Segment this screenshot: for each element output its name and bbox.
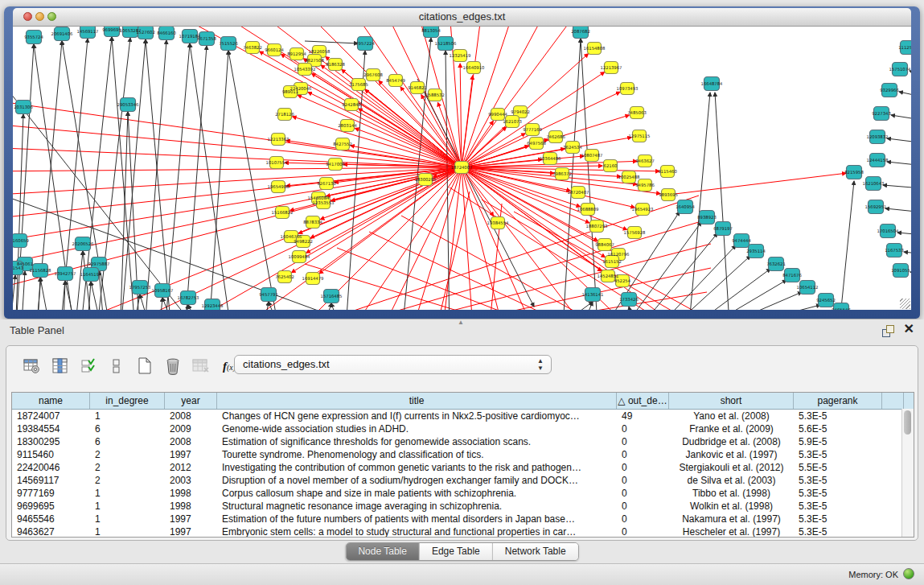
- table-mode-tabs: Node Table Edge Table Network Table: [345, 542, 578, 561]
- svg-text:9242848: 9242848: [342, 102, 361, 107]
- svg-text:9146821: 9146821: [408, 85, 427, 90]
- svg-text:9827508: 9827508: [305, 58, 324, 63]
- table-cell: Disruption of a novel member of a sodium…: [217, 474, 617, 487]
- table-cell: 2012: [165, 461, 217, 474]
- table-row[interactable]: 1938455462009Genome-wide association stu…: [12, 422, 914, 435]
- svg-text:12325419: 12325419: [450, 53, 471, 58]
- svg-text:10654112: 10654112: [797, 285, 819, 290]
- svg-text:15166822: 15166822: [272, 210, 294, 215]
- svg-text:1588532: 1588532: [425, 93, 445, 97]
- svg-text:29053346: 29053346: [117, 102, 140, 107]
- svg-text:18724007: 18724007: [451, 165, 473, 170]
- tab-network-table[interactable]: Network Table: [493, 543, 578, 560]
- import-table-icon[interactable]: [191, 356, 211, 376]
- table-cell: 0: [617, 474, 669, 487]
- svg-text:15692951: 15692951: [865, 204, 887, 209]
- table-row[interactable]: 946554611997Estimation of the future num…: [12, 513, 914, 525]
- svg-text:7632621: 7632621: [766, 262, 786, 266]
- svg-text:1621073: 1621073: [503, 119, 522, 124]
- table-row[interactable]: 946362711997Embryonic stem cells: a mode…: [12, 525, 914, 538]
- table-cell: 9699695: [12, 500, 90, 513]
- attribute-table[interactable]: namein_degreeyeartitle△ out_de…shortpage…: [11, 392, 914, 538]
- svg-text:9267130: 9267130: [317, 181, 336, 186]
- svg-text:20691406: 20691406: [51, 31, 74, 36]
- svg-text:18720407: 18720407: [568, 190, 589, 195]
- svg-text:7515526: 7515526: [219, 41, 238, 46]
- tab-edge-table[interactable]: Edge Table: [420, 543, 493, 560]
- svg-text:9495786: 9495786: [635, 183, 655, 187]
- splitter-handle-icon[interactable]: ▲: [458, 319, 464, 326]
- column-header[interactable]: pagerank: [794, 393, 882, 409]
- table-cell: 1998: [165, 500, 217, 513]
- svg-text:9777169: 9777169: [523, 127, 542, 132]
- column-header[interactable]: short: [669, 393, 794, 409]
- svg-text:8466160: 8466160: [157, 31, 176, 35]
- svg-text:16782753: 16782753: [178, 295, 199, 300]
- table-row[interactable]: 1872400712008Changes of HCN gene express…: [12, 410, 914, 422]
- table-header-row[interactable]: namein_degreeyeartitle△ out_de…shortpage…: [12, 393, 914, 410]
- table-toolbar: f(x): [23, 354, 239, 378]
- svg-text:12923448: 12923448: [202, 303, 224, 308]
- column-chooser-icon[interactable]: [51, 356, 70, 376]
- table-cell: Tibbo et al. (1998): [669, 487, 794, 500]
- column-header[interactable]: name: [12, 393, 90, 409]
- table-settings-icon[interactable]: [23, 356, 42, 376]
- svg-text:9498222: 9498222: [294, 239, 313, 244]
- tab-node-table[interactable]: Node Table: [346, 543, 420, 560]
- svg-text:3624534: 3624534: [563, 145, 582, 150]
- svg-text:7625402: 7625402: [275, 274, 294, 279]
- table-cell: Franke et al. (2009): [669, 422, 794, 435]
- svg-text:17016504: 17016504: [877, 229, 900, 233]
- table-row[interactable]: 977716911998Corpus callosum shape and si…: [12, 487, 914, 500]
- row-check-icon[interactable]: [79, 356, 98, 376]
- svg-text:7986372: 7986372: [552, 171, 572, 176]
- window-titlebar[interactable]: citations_edges.txt: [13, 8, 911, 27]
- table-row[interactable]: 1830029562008Estimation of significance …: [12, 435, 914, 448]
- rows-icon[interactable]: [107, 356, 126, 376]
- table-cell: Dudbridge et al. (2008): [669, 435, 794, 448]
- table-row[interactable]: 911546021997Tourette syndrome. Phenomeno…: [12, 448, 914, 461]
- network-graph[interactable]: 1872400797940229990444162107397771696497…: [13, 27, 911, 310]
- svg-text:19654923: 19654923: [632, 207, 654, 212]
- table-cell: 2009: [165, 422, 217, 435]
- column-header[interactable]: △ out_de…: [617, 393, 669, 409]
- table-row[interactable]: 1456911722003Disruption of a novel membe…: [12, 474, 914, 487]
- table-row[interactable]: 969969511998Structural magnetic resonanc…: [12, 500, 914, 513]
- column-header[interactable]: title: [217, 393, 617, 409]
- svg-text:8215958: 8215958: [844, 170, 864, 175]
- svg-text:2935114: 2935114: [746, 249, 766, 253]
- svg-text:10107554: 10107554: [266, 160, 289, 165]
- table-cell: 18724007: [12, 410, 90, 422]
- svg-text:14569117: 14569117: [77, 29, 99, 34]
- svg-text:8427552: 8427552: [333, 142, 352, 146]
- svg-text:9355724: 9355724: [24, 35, 43, 39]
- table-cell: Hescheler et al. (1997): [669, 525, 794, 538]
- table-cell: 5.3E-5: [794, 410, 882, 422]
- new-document-icon[interactable]: [135, 356, 154, 376]
- table-selector-dropdown[interactable]: citations_edges.txt ▲▼: [234, 355, 552, 374]
- resize-grip-icon[interactable]: [900, 299, 910, 309]
- table-cell: 5.3E-5: [794, 474, 882, 487]
- svg-text:16120796: 16120796: [608, 252, 630, 257]
- close-icon[interactable]: ✕: [904, 323, 914, 336]
- column-header[interactable]: [882, 393, 904, 409]
- scrollbar-thumb[interactable]: [904, 410, 911, 435]
- vertical-scrollbar[interactable]: [901, 409, 914, 537]
- column-header[interactable]: in_degree: [90, 393, 165, 409]
- table-row[interactable]: 2242004622012Investigating the contribut…: [12, 461, 914, 474]
- svg-text:11156828: 11156828: [30, 268, 52, 273]
- svg-text:16154808: 16154808: [584, 46, 606, 51]
- svg-text:9463627: 9463627: [635, 159, 655, 163]
- delete-icon[interactable]: [163, 356, 183, 376]
- network-canvas[interactable]: 1872400797940229990444162107397771696497…: [13, 27, 911, 310]
- memory-ok-indicator[interactable]: [903, 568, 914, 579]
- float-window-icon[interactable]: [882, 324, 895, 337]
- table-cell: 0: [617, 525, 669, 538]
- table-cell: 0: [617, 513, 669, 525]
- table-cell: 49: [617, 410, 669, 422]
- table-cell: 0: [617, 422, 669, 435]
- table-body[interactable]: 1872400712008Changes of HCN gene express…: [12, 410, 914, 538]
- svg-text:15716485: 15716485: [321, 294, 343, 299]
- svg-text:8878334: 8878334: [303, 220, 322, 225]
- column-header[interactable]: year: [165, 393, 217, 409]
